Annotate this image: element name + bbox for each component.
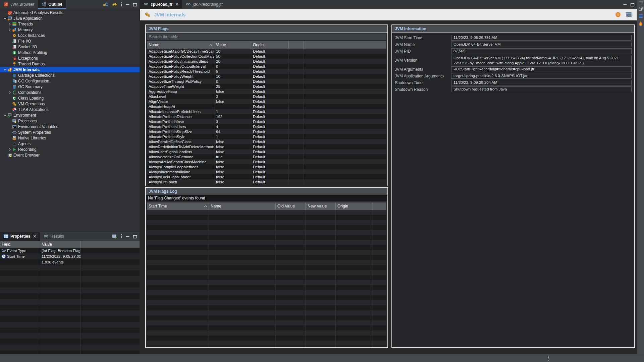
table-row[interactable]: AdaptiveSizePolicyInitializingSteps20Def…: [147, 59, 386, 64]
tree-item-lock-instances[interactable]: Lock Instances: [0, 33, 140, 38]
tree-item-event-browser[interactable]: Event Browser: [0, 152, 140, 158]
close-icon[interactable]: ×: [175, 2, 178, 7]
maximize-icon[interactable]: [133, 2, 137, 7]
restore-view-icon[interactable]: [638, 6, 643, 11]
table-row[interactable]: AllocatePrefetchInstr3Default: [147, 119, 386, 124]
pin-editor-icon[interactable]: [112, 234, 117, 239]
tree-item-vm-operations[interactable]: VM Operations: [0, 101, 140, 107]
tree-item-memory[interactable]: Memory: [0, 27, 140, 33]
sidebar-tab-jvm-browser[interactable]: JVM Browser: [0, 0, 38, 9]
minimize-icon[interactable]: [623, 2, 627, 7]
tree-item-socket-i-o[interactable]: Socket I/O: [0, 44, 140, 50]
tree-item-threads[interactable]: Threads: [0, 21, 140, 27]
tree-item-native-libraries[interactable]: Native Libraries: [0, 135, 140, 141]
close-icon[interactable]: ×: [33, 234, 36, 239]
tree-item-method-profiling[interactable]: Method Profiling: [0, 50, 140, 55]
table-row[interactable]: AllowUserSignalHandlersfalseDefault: [147, 149, 386, 154]
link-with-editor-icon[interactable]: [103, 2, 108, 7]
chevron-down-icon[interactable]: [3, 16, 7, 20]
maximize-icon[interactable]: [630, 2, 635, 7]
table-row[interactable]: AlwaysCompileLoopMethodsfalseDefault: [147, 164, 386, 169]
tree-item-gc-summary[interactable]: GC Summary: [0, 84, 140, 89]
field-value[interactable]: OpenJDK 64-Bit Server VM (17+35-2724) fo…: [451, 55, 632, 65]
field-value[interactable]: target/spring-petclinic-2.6.0-SNAPSHOT.j…: [451, 73, 632, 79]
tree-item-processes[interactable]: Processes: [0, 118, 140, 124]
minimize-icon[interactable]: [125, 2, 130, 7]
table-row[interactable]: AllocateHeapAtDefault: [147, 104, 386, 109]
tree-item-agents[interactable]: Agents: [0, 141, 140, 146]
tree-item-exceptions[interactable]: Exceptions: [0, 55, 140, 61]
column-header-field[interactable]: Field: [0, 241, 40, 248]
chevron-right-icon[interactable]: [7, 90, 12, 95]
chevron-down-icon[interactable]: [3, 113, 7, 117]
table-row[interactable]: AllocatePrefetchStyle1Default: [147, 134, 386, 139]
column-header-new-value[interactable]: New Value: [306, 202, 336, 210]
stack-trace-view-icon[interactable]: [638, 14, 643, 18]
table-row[interactable]: AdaptiveSizePolicyCollectionCostMargin50…: [147, 54, 386, 59]
tree-item-system-properties[interactable]: System Properties: [0, 129, 140, 135]
tree-item-recording[interactable]: Recording: [0, 146, 140, 152]
column-header-name[interactable]: Name: [209, 202, 276, 210]
table-row[interactable]: AllowVectorizeOnDemandtrueDefault: [147, 154, 386, 159]
table-row[interactable]: AdaptiveSizePolicyWeight10Default: [147, 74, 386, 79]
flame-view-icon[interactable]: [638, 21, 643, 26]
view-menu-icon[interactable]: [120, 2, 122, 7]
column-header-value[interactable]: Value: [214, 41, 251, 49]
column-header-name[interactable]: Name: [147, 41, 214, 49]
table-row[interactable]: Event Type[Int Flag, Boolean Flag]: [0, 248, 140, 253]
tree-item-thread-dumps[interactable]: Thread Dumps: [0, 61, 140, 67]
column-header-value[interactable]: Value: [40, 241, 81, 248]
table-row[interactable]: AggressiveHeapfalseDefault: [147, 89, 386, 94]
editor-tab-cpu-load-jfr[interactable]: cpu-load.jfr×: [140, 0, 182, 9]
table-row[interactable]: AllowRedefinitionToAddDeleteMethodsfalse…: [147, 144, 386, 149]
tree-item-java-application[interactable]: Java Application: [0, 15, 140, 21]
table-row[interactable]: AliasLevel3Default: [147, 94, 386, 99]
navigation-arrow-icon[interactable]: [111, 2, 117, 7]
sidebar-tab-outline[interactable]: Outline: [38, 0, 66, 9]
table-row[interactable]: AllocatePrefetchLines4Default: [147, 124, 386, 129]
table-row[interactable]: 1,838 events: [0, 259, 140, 265]
tree-item-tlab-allocations[interactable]: TLAB Allocations: [0, 107, 140, 112]
column-header-start-time[interactable]: Start Time: [147, 202, 209, 210]
table-row[interactable]: AllocatePrefetchStepSize64Default: [147, 129, 386, 134]
info-icon[interactable]: [615, 12, 621, 17]
properties-tab-results[interactable]: Results: [40, 232, 68, 241]
field-value[interactable]: 11/20/23, 9:09:28.304 AM: [451, 80, 632, 85]
tree-item-garbage-collections[interactable]: Garbage Collections: [0, 72, 140, 78]
table-settings-icon[interactable]: [626, 12, 632, 17]
resize-grip[interactable]: [548, 356, 549, 361]
table-row[interactable]: AllocateInstancePrefetchLines1Default: [147, 109, 386, 114]
tree-item-class-loading[interactable]: Class Loading: [0, 95, 140, 101]
minimize-icon[interactable]: [125, 234, 130, 239]
table-row[interactable]: AdaptiveTimeWeight25Default: [147, 84, 386, 89]
drag-dots-icon[interactable]: [638, 1, 643, 3]
chevron-down-icon[interactable]: [3, 67, 7, 72]
field-value[interactable]: 11/20/23, 9:05:26.751 AM: [451, 35, 632, 41]
table-row[interactable]: AdaptiveSizePolicyOutputInterval0Default: [147, 64, 386, 69]
tree-item-environment-variables[interactable]: Environment Variables: [0, 124, 140, 129]
tree-item-file-i-o[interactable]: File I/O: [0, 38, 140, 44]
table-row[interactable]: AdaptiveSizeMajorGCDecayTimeScale10Defau…: [147, 49, 386, 54]
table-row[interactable]: AlwaysPreTouchfalseDefault: [147, 179, 386, 184]
chevron-right-icon[interactable]: [7, 147, 12, 152]
table-row[interactable]: AlwaysIncrementalInlinefalseDefault: [147, 169, 386, 174]
table-row[interactable]: AlignVectorfalseDefault: [147, 99, 386, 104]
tree-item-environment[interactable]: Environment: [0, 112, 140, 118]
column-header-old-value[interactable]: Old Value: [276, 202, 306, 210]
table-row[interactable]: AllowParallelDefineClassfalseDefault: [147, 139, 386, 144]
editor-tab-jdk7-recording-jfr[interactable]: jdk7-recording.jfr: [182, 0, 226, 9]
table-row[interactable]: AlwaysActAsServerClassMachinefalseDefaul…: [147, 159, 386, 164]
table-row[interactable]: AdaptiveSizePolicyReadyThreshold5Default: [147, 69, 386, 74]
table-row[interactable]: AllocatePrefetchDistance192Default: [147, 114, 386, 119]
field-value[interactable]: -XX:StartFlightRecording=filename=cpu-lo…: [451, 66, 632, 72]
column-header-origin[interactable]: Origin: [251, 41, 289, 49]
view-menu-icon[interactable]: [120, 234, 122, 239]
field-value[interactable]: OpenJDK 64-Bit Server VM: [451, 42, 632, 47]
table-row[interactable]: AdaptiveSizeThroughPutPolicy0Default: [147, 79, 386, 84]
maximize-icon[interactable]: [133, 234, 137, 239]
chevron-right-icon[interactable]: [7, 22, 12, 26]
chevron-right-icon[interactable]: [7, 27, 12, 32]
column-header-origin[interactable]: Origin: [336, 202, 373, 210]
field-value[interactable]: Shutdown requested from Java: [451, 86, 632, 92]
table-row[interactable]: AlwaysLockClassLoaderfalseDefault: [147, 174, 386, 179]
